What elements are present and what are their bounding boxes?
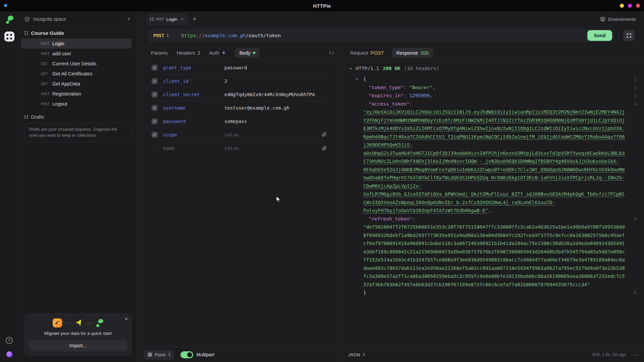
multipart-toggle[interactable] (180, 351, 193, 358)
request-name: Get AppData (52, 81, 80, 86)
field-key[interactable]: client_secret (163, 92, 224, 97)
tab-close-icon[interactable]: × (181, 16, 183, 22)
window-title: HTTPie (313, 3, 331, 9)
paperclip-icon[interactable] (322, 132, 327, 137)
field-value[interactable]: testuser@example.com.gh (224, 105, 327, 111)
sidebar-item-get-appdata[interactable]: GETGet AppData (21, 79, 132, 89)
format-select[interactable]: JSON (348, 352, 365, 357)
request-method-label: POST (41, 102, 50, 106)
drafts-row[interactable]: Drafts (19, 109, 137, 122)
tab-params[interactable]: Params (151, 50, 168, 56)
sidebar-item-logout[interactable]: POSTLogout (21, 99, 132, 109)
connector-dashes (85, 320, 94, 324)
url-bar[interactable]: POST https://example.com.gh/oauth/token … (148, 29, 613, 42)
sidebar-item-add-user[interactable]: POSTadd user (21, 49, 132, 59)
spaces-grid-icon[interactable] (4, 32, 14, 42)
drafts-label: Drafts (31, 114, 44, 120)
field-value[interactable]: somepass (224, 119, 327, 124)
field-key[interactable]: password (163, 119, 224, 124)
tab-login[interactable]: POST Login × (146, 14, 187, 25)
json-close-brace: 6} (363, 289, 639, 297)
request-method-label: GET (41, 72, 48, 76)
field-value[interactable]: value (224, 132, 318, 137)
collection-row[interactable]: Course Guide (19, 27, 137, 39)
row-checkbox[interactable]: ✓ (152, 65, 158, 71)
tab-headers[interactable]: Headers2 (177, 50, 200, 56)
row-checkbox[interactable]: ✓ (152, 78, 158, 84)
tab-response[interactable]: Response200 (392, 48, 433, 58)
field-value[interactable]: password (224, 65, 327, 70)
body-type-select[interactable]: Form (144, 350, 174, 360)
window-control-yellow[interactable] (620, 4, 624, 8)
expand-icon[interactable]: ▶ (350, 67, 352, 70)
sidebar-item-current-user-details[interactable]: GETCurrent User Details (21, 59, 132, 69)
code-line: "expires_in": 1295999, (363, 92, 627, 100)
row-checkbox[interactable]: ✓ (152, 105, 158, 111)
environments-button[interactable]: Environments (600, 16, 636, 22)
request-method-label: GET (41, 82, 48, 86)
request-name: add user (52, 51, 71, 56)
httpie-logo-icon (96, 319, 103, 327)
response-meta: 2KB, 1.5s, 2m ago (592, 352, 626, 357)
close-icon[interactable]: × (125, 316, 128, 322)
sidebar-item-login[interactable]: POSTLogin (21, 39, 132, 49)
layout-grid-icon[interactable] (623, 30, 635, 41)
url-input[interactable]: https://example.com.gh/oauth/token (181, 33, 587, 38)
json-open-brace: 1▼{ (363, 75, 639, 83)
send-button[interactable]: Send (587, 30, 612, 41)
collapse-icon[interactable]: ▼ (356, 75, 358, 83)
url-scheme: https (181, 33, 196, 38)
tab-request[interactable]: RequestPOST (350, 50, 384, 56)
response-status-badge: 200 (421, 50, 429, 56)
help-icon[interactable]: ? (6, 337, 13, 344)
row-checkbox[interactable]: ✓ (152, 132, 158, 138)
request-method-label: POST (41, 92, 50, 96)
sidebar-item-registeration[interactable]: POSTRegisteration (21, 89, 132, 99)
main-area: POST Login × + Environments POST https:/… (137, 11, 644, 362)
headers-count-badge: 2 (198, 50, 200, 56)
tab-auth[interactable]: Auth (209, 50, 226, 56)
field-key[interactable]: grant_type (163, 65, 224, 70)
import-button[interactable]: Import... (29, 340, 127, 351)
avatar[interactable] (6, 351, 12, 357)
field-key[interactable]: username (163, 105, 224, 111)
row-checkbox[interactable]: ✓ (152, 118, 158, 124)
field-key[interactable]: name (163, 145, 224, 151)
new-tab-icon[interactable]: + (193, 15, 197, 23)
request-list: POSTLoginPOSTadd userGETCurrent User Det… (19, 39, 137, 109)
form-row-username: ✓usernametestuser@example.com.gh (152, 101, 327, 115)
more-options-icon[interactable]: ⋯ (633, 351, 639, 358)
field-value[interactable]: e4NgTqdy0mIx0r44RcXnNqyMUVo6hTPA (224, 92, 327, 97)
method-select[interactable]: POST (153, 33, 169, 38)
tab-body[interactable]: Body (235, 48, 260, 58)
line-number: 3 (629, 92, 637, 100)
row-checkbox[interactable]: ✓ (152, 92, 158, 98)
response-body-viewer[interactable]: 1▼{2"token_type": "Bearer",3"expires_in"… (342, 72, 644, 347)
format-value: JSON (348, 352, 360, 357)
field-key[interactable]: client_id (163, 78, 224, 84)
field-value[interactable]: value (224, 145, 318, 151)
add-space-icon[interactable]: + (127, 16, 130, 22)
field-key[interactable]: scope (163, 132, 224, 137)
form-row-password: ✓passwordsomepass (152, 115, 327, 128)
response-footer: JSON 2KB, 1.5s, 2m ago ⋯ (342, 347, 644, 362)
row-checkbox[interactable] (152, 145, 158, 151)
window-control-red[interactable] (636, 4, 640, 8)
sidebar-item-get-all-certificates[interactable]: GETGet All Certificates (21, 69, 132, 79)
headers-note: (10 headers) (404, 66, 439, 71)
response-status-line[interactable]: ▶ HTTP/1.1 200 OK (10 headers) (342, 60, 644, 72)
collection-name: Course Guide (31, 30, 64, 36)
tab-name: Login (166, 17, 177, 22)
request-name: Get All Certificates (52, 71, 92, 76)
divider (618, 31, 619, 40)
request-name: Login (52, 41, 64, 46)
code-view-icon[interactable] (329, 50, 334, 55)
status-code: 200 OK (383, 66, 400, 71)
field-value[interactable]: 2 (224, 78, 327, 84)
protocol: HTTP/1.1 (356, 66, 379, 71)
body-active-dot (253, 52, 255, 54)
json-access-token: 4"access_token":"eyJ0eXAiOiJKV1QiLCJhbGc… (363, 100, 639, 215)
line-number: 6 (629, 289, 637, 297)
window-control-purple[interactable] (628, 4, 632, 8)
paperclip-icon[interactable] (322, 146, 327, 151)
